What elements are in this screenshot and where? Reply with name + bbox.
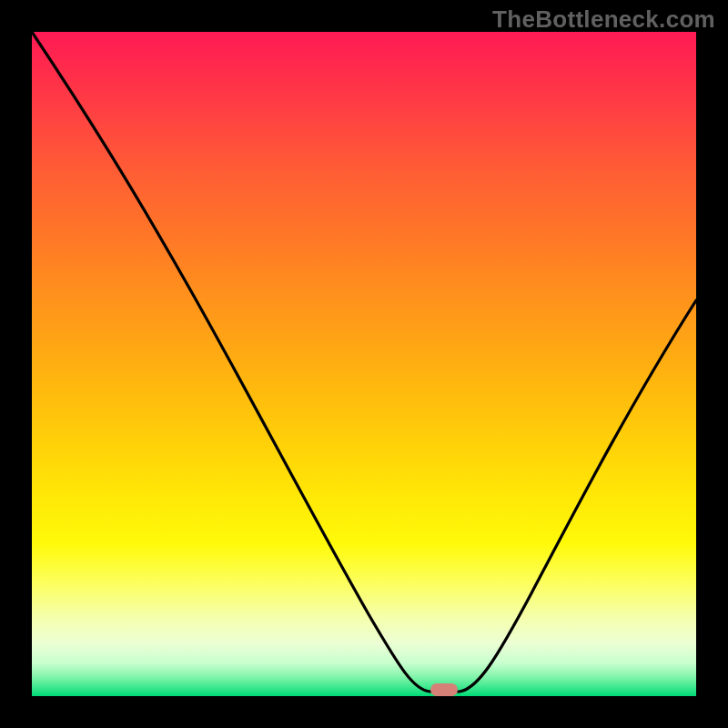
- watermark-text: TheBottleneck.com: [492, 5, 715, 34]
- plot-gradient-area: [32, 32, 696, 696]
- chart-container: TheBottleneck.com: [0, 0, 728, 728]
- optimal-marker: [430, 683, 458, 696]
